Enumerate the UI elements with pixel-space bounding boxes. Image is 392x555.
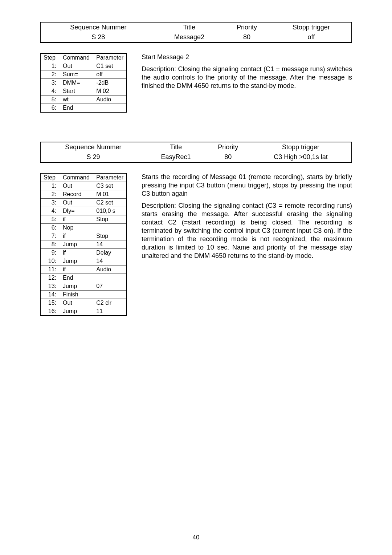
command-cell: Jump xyxy=(60,240,93,249)
command-cell: if xyxy=(60,249,93,257)
seq2-h4: Stopp trigger xyxy=(250,142,352,152)
step-cell: 12: xyxy=(40,274,60,282)
parameter-cell: off xyxy=(93,70,127,79)
parameter-cell: Delay xyxy=(93,249,127,257)
step-cell: 10: xyxy=(40,257,60,266)
seq2-v4: C3 High >00,1s lat xyxy=(250,152,352,162)
table-row: 6:End xyxy=(40,104,127,113)
step-cell: 7: xyxy=(40,232,60,240)
step-cell: 13: xyxy=(40,282,60,291)
command-cell: Start xyxy=(60,87,93,96)
seq1-v3: 80 xyxy=(222,32,271,42)
parameter-cell: M 01 xyxy=(93,190,127,199)
step-cell: 6: xyxy=(40,104,60,113)
seq1-v2: Message2 xyxy=(156,32,222,42)
seq1-v1: S 28 xyxy=(40,32,156,42)
table-row: 9:ifDelay xyxy=(40,249,127,257)
command-cell: Out xyxy=(60,299,93,307)
table-row: 4:StartM 02 xyxy=(40,87,127,96)
command-cell: Nop xyxy=(60,224,93,232)
parameter-cell xyxy=(93,224,127,232)
parameter-cell xyxy=(93,274,127,282)
table-row: 12:End xyxy=(40,274,127,282)
command-cell: Out xyxy=(60,199,93,207)
command-cell: Out xyxy=(60,182,93,190)
step-cell: 1: xyxy=(40,62,60,70)
table-row: 13:Jump07 xyxy=(40,282,127,291)
seq1-h2: Title xyxy=(156,22,222,32)
seq2-h1: Sequence Nummer xyxy=(40,142,146,152)
table-row: 6:Nop xyxy=(40,224,127,232)
start-message-2-title: Start Message 2 xyxy=(142,53,352,61)
table-row: 11:ifAudio xyxy=(40,266,127,274)
parameter-cell: 07 xyxy=(93,282,127,291)
parameter-cell xyxy=(93,104,127,113)
page-number: 40 xyxy=(0,534,392,541)
table-row: 5:wtAudio xyxy=(40,96,127,104)
step-cell: 6: xyxy=(40,224,60,232)
command-cell: Finish xyxy=(60,291,93,299)
steps-table-1: Step Command Parameter 1:OutC1 set2:Sum=… xyxy=(40,53,127,113)
command-cell: Record xyxy=(60,190,93,199)
seq2-h2: Title xyxy=(146,142,206,152)
table-row: 15:OutC2 clr xyxy=(40,299,127,307)
step-cell: 16: xyxy=(40,307,60,316)
easyrec1-p2: Description: Closing the signaling conta… xyxy=(142,202,352,260)
step-cell: 3: xyxy=(40,79,60,87)
table-row: 2:RecordM 01 xyxy=(40,190,127,199)
parameter-cell: 010,0 s xyxy=(93,207,127,215)
step-cell: 15: xyxy=(40,299,60,307)
table-row: 10:Jump14 xyxy=(40,257,127,266)
parameter-cell: Stop xyxy=(93,232,127,240)
table-row: 1:OutC1 set xyxy=(40,62,127,70)
command-cell: Dly= xyxy=(60,207,93,215)
parameter-cell: 11 xyxy=(93,307,127,316)
steps2-h-step: Step xyxy=(40,173,60,182)
seq2-h3: Priority xyxy=(206,142,250,152)
command-cell: Out xyxy=(60,62,93,70)
steps1-h-cmd: Command xyxy=(60,53,93,62)
sequence-header-2: Sequence Nummer Title Priority Stopp tri… xyxy=(40,142,352,163)
command-cell: End xyxy=(60,274,93,282)
seq2-v3: 80 xyxy=(206,152,250,162)
sequence-header-1: Sequence Nummer Title Priority Stopp tri… xyxy=(40,22,352,43)
steps2-h-cmd: Command xyxy=(60,173,93,182)
step-cell: 2: xyxy=(40,190,60,199)
table-row: 3:DMM=-2dB xyxy=(40,79,127,87)
steps1-h-step: Step xyxy=(40,53,60,62)
step-cell: 1: xyxy=(40,182,60,190)
step-cell: 5: xyxy=(40,215,60,224)
parameter-cell: Stop xyxy=(93,215,127,224)
parameter-cell: 14 xyxy=(93,240,127,249)
table-row: 4:Dly=010,0 s xyxy=(40,207,127,215)
parameter-cell: Audio xyxy=(93,266,127,274)
step-cell: 14: xyxy=(40,291,60,299)
step-cell: 11: xyxy=(40,266,60,274)
command-cell: Jump xyxy=(60,282,93,291)
table-row: 3:OutC2 set xyxy=(40,199,127,207)
command-cell: End xyxy=(60,104,93,113)
steps1-h-param: Parameter xyxy=(93,53,127,62)
command-cell: Jump xyxy=(60,307,93,316)
start-message-2-desc: Description: Closing the signaling conta… xyxy=(142,65,352,90)
table-row: 14:Finish xyxy=(40,291,127,299)
parameter-cell: C1 set xyxy=(93,62,127,70)
parameter-cell: -2dB xyxy=(93,79,127,87)
step-cell: 4: xyxy=(40,207,60,215)
parameter-cell: C2 clr xyxy=(93,299,127,307)
seq1-v4: off xyxy=(271,32,352,42)
command-cell: if xyxy=(60,266,93,274)
parameter-cell: C3 set xyxy=(93,182,127,190)
table-row: 5:ifStop xyxy=(40,215,127,224)
easyrec1-p1: Starts the recording of Message 01 (remo… xyxy=(142,173,352,198)
step-cell: 4: xyxy=(40,87,60,96)
command-cell: wt xyxy=(60,96,93,104)
steps-table-2: Step Command Parameter 1:OutC3 set2:Reco… xyxy=(40,173,127,316)
table-row: 8:Jump14 xyxy=(40,240,127,249)
command-cell: Jump xyxy=(60,257,93,266)
seq2-v2: EasyRec1 xyxy=(146,152,206,162)
table-row: 1:OutC3 set xyxy=(40,182,127,190)
seq1-h4: Stopp trigger xyxy=(271,22,352,32)
seq2-v1: S 29 xyxy=(40,152,146,162)
command-cell: if xyxy=(60,215,93,224)
